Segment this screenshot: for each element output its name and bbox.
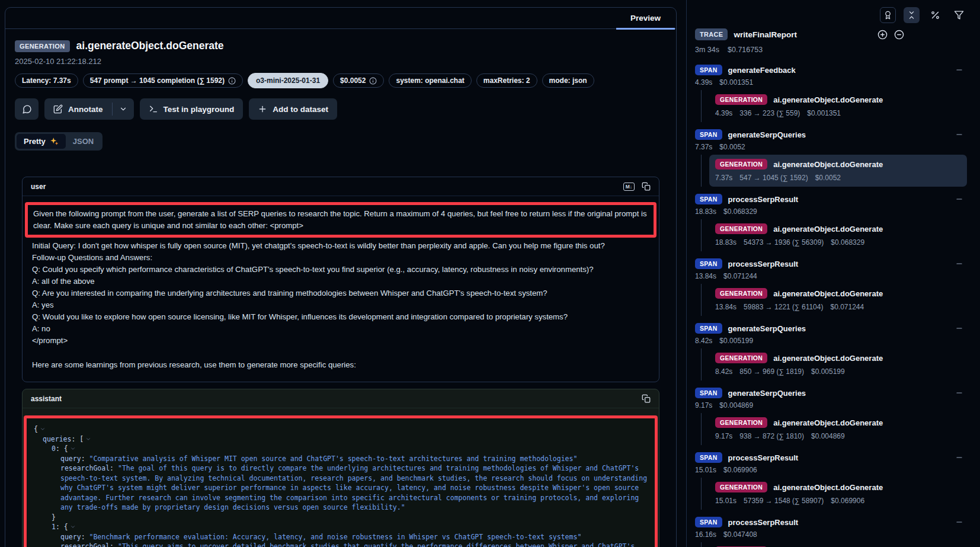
metadata-pill[interactable]: o3-mini-2025-01-31 (248, 73, 328, 88)
span-badge: SPAN (695, 517, 722, 527)
span-row[interactable]: SPAN processSerpResult (695, 257, 972, 271)
span-cost: $0.068329 (723, 207, 757, 216)
span-badge: SPAN (695, 258, 722, 269)
generation-tokens: 54373 → 1936 (∑ 56309) (744, 238, 824, 247)
code-punct: : [ (71, 435, 84, 443)
span-row[interactable]: SPAN generateSerpQueries (695, 321, 972, 335)
expand-all-icon[interactable] (877, 30, 888, 40)
span-duration: 4.39s (695, 78, 712, 87)
span-children: GENERATION ai.generateObject.doGenerate … (701, 413, 972, 445)
generation-tokens: 850 → 969 (∑ 1819) (739, 367, 804, 376)
chevrons-collapse-icon (907, 11, 916, 20)
trace-tree-generation[interactable]: GENERATION ai.generateObject.doGenerate … (709, 413, 967, 445)
trace-tree-generation[interactable]: GENERATION ai.generateObject.doGenerate … (709, 155, 967, 187)
collapse-node-icon[interactable] (955, 389, 963, 397)
trace-tree: SPAN generateFeedback 4.39s $0.001351 GE… (695, 63, 972, 547)
span-row[interactable]: SPAN processSerpResult (695, 192, 972, 206)
span-duration: 9.17s (695, 401, 712, 410)
annotate-dropdown-button[interactable] (113, 98, 134, 120)
metadata-pill[interactable]: mode: json (542, 73, 594, 88)
generation-name: ai.generateObject.doGenerate (773, 160, 883, 169)
copy-icon[interactable] (642, 394, 651, 403)
collapse-all-button[interactable] (904, 7, 920, 23)
span-row[interactable]: SPAN generateFeedback (695, 63, 972, 77)
span-duration: 18.83s (695, 207, 716, 216)
span-row[interactable]: SPAN generateSerpQueries (695, 127, 972, 142)
trace-tree-span: SPAN generateSerpQueries 8.42s $0.005199… (695, 321, 972, 380)
generation-tokens: 59883 → 1221 (∑ 61104) (744, 303, 823, 311)
generation-metrics: 4.39s 336 → 223 (∑ 559) $0.001351 (715, 109, 961, 117)
generation-cost: $0.005199 (811, 367, 845, 376)
metadata-pills: Latency: 7.37s 547 prompt → 1045 complet… (15, 73, 667, 88)
metrics-toggle-button[interactable] (927, 7, 943, 23)
collapse-all-circle-icon[interactable] (894, 30, 904, 40)
span-metrics: 8.42s $0.005199 (695, 335, 972, 348)
collapse-chevron-icon[interactable] (85, 436, 91, 442)
trace-tree-span: SPAN processSerpResult 16.16s $0.047408 … (695, 515, 972, 547)
trace-tree-generation[interactable]: GENERATION ai.generateObject.doGenerate … (709, 90, 967, 122)
trace-tree-generation[interactable]: GENERATION ai.generateObject.doGenerate (709, 542, 967, 547)
span-children: GENERATION ai.generateObject.doGenerate … (701, 155, 972, 187)
generation-metrics: 15.01s 57359 → 1548 (∑ 58907) $0.069906 (715, 497, 961, 505)
collapse-chevron-icon[interactable] (70, 446, 76, 452)
trace-tree-generation[interactable]: GENERATION ai.generateObject.doGenerate … (709, 478, 967, 510)
collapse-node-icon[interactable] (955, 324, 963, 332)
annotation-box-output: { queries: [ 0: { query: "Comparative an… (24, 415, 658, 547)
observation-detail-panel: Preview GENERATION ai.generateObject.doG… (5, 7, 677, 547)
view-mode-toggle: Pretty JSON (15, 132, 103, 151)
markdown-toggle-icon[interactable]: M↓ (623, 183, 635, 191)
code-line: } (34, 513, 648, 523)
code-punct: : (110, 464, 118, 472)
generation-metrics: 9.17s 938 → 872 (∑ 1810) $0.004869 (715, 432, 961, 440)
code-key: 0 (52, 444, 56, 453)
metadata-pill[interactable]: 547 prompt → 1045 completion (∑ 1592) (83, 73, 243, 88)
scores-button[interactable] (880, 7, 896, 23)
metadata-pill[interactable]: maxRetries: 2 (476, 73, 537, 88)
span-badge: SPAN (695, 65, 722, 75)
trace-badge: TRACE (695, 28, 728, 40)
trace-tree-generation[interactable]: GENERATION ai.generateObject.doGenerate … (709, 284, 967, 316)
collapse-node-icon[interactable] (955, 66, 963, 74)
sparkles-icon (50, 137, 59, 146)
span-row[interactable]: SPAN processSerpResult (695, 450, 972, 465)
span-row[interactable]: SPAN generateSerpQueries (695, 386, 972, 400)
sidebar-toolbar (880, 7, 967, 23)
annotate-pencil-icon (53, 104, 63, 114)
span-metrics: 13.84s $0.071244 (695, 271, 972, 284)
span-metrics: 18.83s $0.068329 (695, 206, 972, 219)
span-name: generateSerpQueries (728, 389, 949, 398)
toggle-pretty[interactable]: Pretty (17, 134, 66, 149)
tab-preview[interactable]: Preview (616, 8, 675, 30)
collapse-node-icon[interactable] (955, 260, 963, 268)
collapse-node-icon[interactable] (955, 195, 963, 203)
toggle-json[interactable]: JSON (66, 134, 101, 149)
span-row[interactable]: SPAN processSerpResult (695, 515, 972, 529)
info-icon[interactable] (369, 77, 377, 85)
metadata-pill[interactable]: Latency: 7.37s (15, 73, 78, 88)
filter-button[interactable] (951, 7, 967, 23)
generation-metrics: 18.83s 54373 → 1936 (∑ 56309) $0.068329 (715, 238, 961, 247)
collapse-node-icon[interactable] (955, 518, 963, 526)
pill-label: o3-mini-2025-01-31 (256, 76, 320, 85)
span-duration: 7.37s (695, 143, 712, 151)
trace-tree-generation[interactable]: GENERATION ai.generateObject.doGenerate … (709, 348, 967, 380)
collapse-node-icon[interactable] (955, 453, 963, 462)
span-metrics: 9.17s $0.004869 (695, 400, 972, 413)
collapse-chevron-icon[interactable] (40, 426, 46, 432)
trace-tree-generation[interactable]: GENERATION ai.generateObject.doGenerate … (709, 219, 967, 251)
trace-header[interactable]: TRACE writeFinalReport (695, 28, 972, 40)
copy-icon[interactable] (642, 182, 651, 191)
user-text-line: </prompt> (32, 335, 649, 347)
metadata-pill[interactable]: system: openai.chat (389, 73, 471, 88)
generation-cost: $0.068329 (831, 238, 864, 247)
collapse-chevron-icon[interactable] (70, 524, 76, 530)
test-in-playground-button[interactable]: Test in playground (140, 98, 244, 120)
comment-button[interactable] (15, 98, 39, 120)
generation-cost: $0.0052 (815, 174, 841, 182)
info-icon[interactable] (228, 77, 236, 85)
metadata-pill[interactable]: $0.0052 (333, 73, 384, 88)
pill-label: $0.0052 (340, 76, 366, 85)
annotate-button[interactable]: Annotate (44, 98, 112, 120)
add-to-dataset-button[interactable]: Add to dataset (249, 98, 337, 120)
collapse-node-icon[interactable] (955, 130, 963, 139)
